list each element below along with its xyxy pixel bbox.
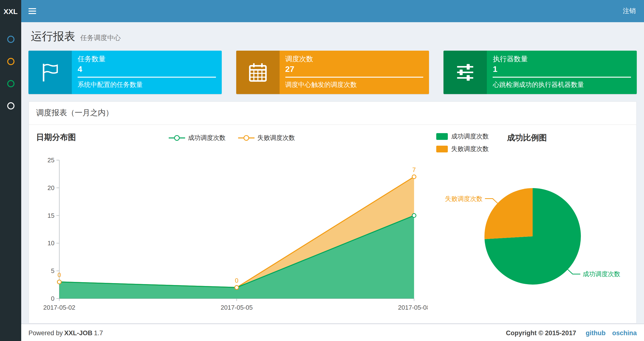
sliders-icon xyxy=(444,51,487,94)
info-box-title: 执行器数量 xyxy=(493,55,631,64)
copyright: Copyright © 2015-2017 github oschina xyxy=(506,329,637,337)
app-logo[interactable]: XXL xyxy=(0,0,21,22)
info-box-executor-count: 执行器数量 1 心跳检测成功的执行器机器数量 xyxy=(444,51,637,94)
footer: Powered byXXL-JOB1.7 Copyright © 2015-20… xyxy=(21,324,644,341)
info-box-desc: 心跳检测成功的执行器机器数量 xyxy=(493,81,631,89)
info-box-trigger-count: 调度次数 27 调度中心触发的调度次数 xyxy=(236,51,429,94)
info-box-title: 任务数量 xyxy=(78,55,216,64)
sidebar-item-executor-manage[interactable] xyxy=(0,95,21,117)
info-box-row: 任务数量 4 系统中配置的任务数量 xyxy=(28,51,637,94)
sidebar-item-run-report[interactable] xyxy=(0,28,21,50)
date-distribution-chart: 日期分布图 成功调度次数失败调度次数 05101520252017-05-022… xyxy=(36,132,428,316)
line-chart-title: 日期分布图 xyxy=(36,133,76,141)
copyright-text: Copyright © 2015-2017 xyxy=(506,329,576,337)
pie-chart-head: 成功调度次数失败调度次数 成功比例图 xyxy=(436,132,629,157)
svg-text:2017-05-08: 2017-05-08 xyxy=(398,304,428,311)
info-box-value: 27 xyxy=(285,65,423,74)
svg-text:0: 0 xyxy=(235,277,238,284)
success-ratio-chart: 成功调度次数失败调度次数 成功比例图 成功调度次数失败调度次数 xyxy=(436,132,629,316)
line-chart-head: 日期分布图 成功调度次数失败调度次数 xyxy=(36,132,428,148)
info-box-desc: 系统中配置的任务数量 xyxy=(78,81,216,89)
divider xyxy=(493,77,631,78)
info-box-value: 1 xyxy=(493,65,631,74)
legend-label: 成功调度次数 xyxy=(451,132,489,141)
legend-label: 失败调度次数 xyxy=(258,134,295,142)
info-box-content: 任务数量 4 系统中配置的任务数量 xyxy=(72,51,222,94)
divider xyxy=(285,77,423,78)
oschina-link[interactable]: oschina xyxy=(612,329,637,337)
info-box-title: 调度次数 xyxy=(285,55,423,64)
github-link[interactable]: github xyxy=(586,329,606,337)
flag-icon xyxy=(28,51,72,94)
info-box-desc: 调度中心触发的调度次数 xyxy=(285,81,423,89)
page-header: 运行报表 任务调度中心 xyxy=(28,25,637,51)
panel-title: 调度报表（一月之内） xyxy=(29,102,636,125)
svg-text:成功调度次数: 成功调度次数 xyxy=(583,270,620,277)
svg-text:0: 0 xyxy=(51,295,54,302)
svg-text:7: 7 xyxy=(412,166,416,173)
legend-item[interactable]: 失败调度次数 xyxy=(238,134,295,142)
page-subtitle: 任务调度中心 xyxy=(80,34,121,42)
svg-text:失败调度次数: 失败调度次数 xyxy=(445,195,482,202)
page-title: 运行报表 xyxy=(31,30,75,43)
legend-item[interactable]: 成功调度次数 xyxy=(436,132,489,141)
legend-item[interactable]: 成功调度次数 xyxy=(169,134,226,142)
info-box-job-count: 任务数量 4 系统中配置的任务数量 xyxy=(28,51,222,94)
svg-text:25: 25 xyxy=(48,157,54,164)
svg-text:2017-05-02: 2017-05-02 xyxy=(44,304,76,311)
product-version: 1.7 xyxy=(94,329,103,337)
sidebar-item-dispatch-log[interactable] xyxy=(0,72,21,95)
dispatch-report-panel: 调度报表（一月之内） 日期分布图 成功调度次数失败调度次数 0510152025… xyxy=(28,101,637,324)
circle-icon xyxy=(7,80,14,87)
info-box-content: 调度次数 27 调度中心触发的调度次数 xyxy=(279,51,429,94)
sidebar xyxy=(0,22,21,341)
legend-label: 失败调度次数 xyxy=(451,145,489,153)
legend-item[interactable]: 失败调度次数 xyxy=(436,145,489,153)
powered-by: Powered byXXL-JOB1.7 xyxy=(28,329,103,337)
legend-line-marker-icon xyxy=(238,135,254,141)
svg-text:20: 20 xyxy=(48,184,54,191)
svg-text:0: 0 xyxy=(58,271,61,278)
svg-text:2017-05-05: 2017-05-05 xyxy=(221,304,253,311)
divider xyxy=(78,77,216,78)
calendar-icon xyxy=(236,51,279,94)
top-navbar: XXL 注销 xyxy=(0,0,644,22)
app-logo-text: XXL xyxy=(4,7,18,15)
product-name: XXL-JOB xyxy=(64,329,92,337)
legend-label: 成功调度次数 xyxy=(188,134,226,142)
line-chart-legend: 成功调度次数失败调度次数 xyxy=(169,134,295,142)
info-box-value: 4 xyxy=(78,65,216,74)
main-content: 运行报表 任务调度中心 任务数量 4 xyxy=(21,22,644,324)
logout-link[interactable]: 注销 xyxy=(614,0,644,22)
info-box-content: 执行器数量 1 心跳检测成功的执行器机器数量 xyxy=(487,51,637,94)
sidebar-item-job-manage[interactable] xyxy=(0,50,21,72)
legend-line-marker-icon xyxy=(169,135,185,141)
hamburger-icon xyxy=(28,7,36,16)
app-root: XXL 注销 运行报表 任务调度中心 xyxy=(0,0,644,341)
circle-icon xyxy=(7,36,14,43)
pie-legend: 成功调度次数失败调度次数 xyxy=(436,132,489,157)
powered-by-prefix: Powered by xyxy=(28,329,63,337)
svg-text:10: 10 xyxy=(48,239,54,247)
svg-text:5: 5 xyxy=(51,267,54,274)
svg-text:15: 15 xyxy=(48,212,54,219)
circle-icon xyxy=(7,102,14,109)
success-ratio-svg[interactable]: 成功调度次数失败调度次数 xyxy=(441,164,624,309)
pie-chart-title: 成功比例图 xyxy=(507,133,547,143)
sidebar-toggle-button[interactable] xyxy=(21,0,44,22)
date-distribution-svg[interactable]: 05101520252017-05-022017-05-052017-05-08… xyxy=(36,148,428,314)
legend-swatch xyxy=(436,146,448,152)
circle-icon xyxy=(7,58,14,65)
panel-body: 日期分布图 成功调度次数失败调度次数 05101520252017-05-022… xyxy=(29,125,636,323)
legend-swatch xyxy=(436,133,448,140)
